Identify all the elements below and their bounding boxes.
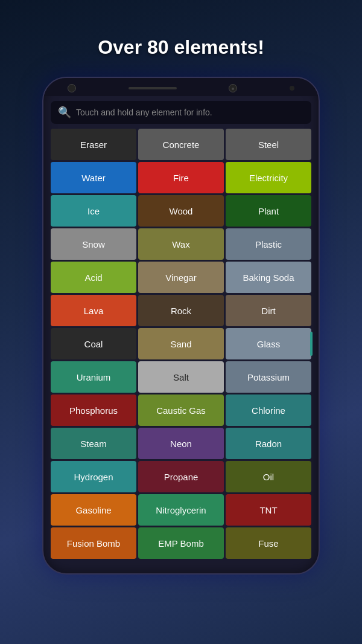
element-cell[interactable]: Potassium [226, 361, 311, 393]
element-cell[interactable]: Gasoline [51, 494, 136, 526]
element-cell[interactable]: Phosphorus [51, 394, 136, 426]
elements-grid: EraserConcreteSteelWaterFireElectricityI… [51, 129, 311, 559]
element-cell[interactable]: TNT [226, 494, 311, 526]
element-cell[interactable]: Snow [51, 228, 136, 260]
search-placeholder: Touch and hold any element for info. [76, 108, 212, 117]
element-cell[interactable]: Water [51, 162, 136, 193]
element-cell[interactable]: Wood [138, 195, 224, 227]
element-cell[interactable]: Glass [226, 328, 311, 359]
element-cell[interactable]: Neon [138, 428, 224, 459]
element-cell[interactable]: Dirt [226, 295, 311, 326]
element-cell[interactable]: Radon [226, 428, 311, 459]
scrollbar[interactable] [310, 332, 313, 356]
phone-frame: 🔍 Touch and hold any element for info. E… [42, 77, 320, 575]
element-cell[interactable]: Rock [138, 295, 224, 326]
element-cell[interactable]: Baking Soda [226, 262, 311, 293]
camera-right [229, 84, 237, 92]
element-cell[interactable]: Steel [226, 129, 311, 160]
element-cell[interactable]: Wax [138, 228, 224, 260]
element-cell[interactable]: Fire [138, 162, 224, 193]
element-cell[interactable]: Salt [138, 361, 224, 393]
element-cell[interactable]: Caustic Gas [138, 394, 224, 426]
element-cell[interactable]: Vinegar [138, 262, 224, 293]
element-cell[interactable]: Uranium [51, 361, 136, 393]
element-cell[interactable]: Fusion Bomb [51, 527, 136, 559]
phone-speaker [129, 87, 177, 89]
element-cell[interactable]: Plastic [226, 228, 311, 260]
element-cell[interactable]: Lava [51, 295, 136, 326]
element-cell[interactable]: Fuse [226, 527, 311, 559]
search-bar[interactable]: 🔍 Touch and hold any element for info. [51, 101, 311, 124]
phone-dot [290, 86, 294, 91]
element-cell[interactable]: Coal [51, 328, 136, 359]
element-cell[interactable]: Ice [51, 195, 136, 227]
element-cell[interactable]: Electricity [226, 162, 311, 193]
camera-left [68, 84, 76, 92]
phone-top-bar [43, 78, 319, 96]
element-cell[interactable]: Nitroglycerin [138, 494, 224, 526]
element-cell[interactable]: Chlorine [226, 394, 311, 426]
page-title: Over 80 elements! [98, 36, 264, 59]
search-icon: 🔍 [58, 106, 71, 119]
element-cell[interactable]: Propane [138, 461, 224, 492]
element-cell[interactable]: Concrete [138, 129, 224, 160]
element-cell[interactable]: Oil [226, 461, 311, 492]
element-cell[interactable]: Sand [138, 328, 224, 359]
element-cell[interactable]: EMP Bomb [138, 527, 224, 559]
element-cell[interactable]: Plant [226, 195, 311, 227]
element-cell[interactable]: Acid [51, 262, 136, 293]
element-cell[interactable]: Hydrogen [51, 461, 136, 492]
element-cell[interactable]: Eraser [51, 129, 136, 160]
element-cell[interactable]: Steam [51, 428, 136, 459]
